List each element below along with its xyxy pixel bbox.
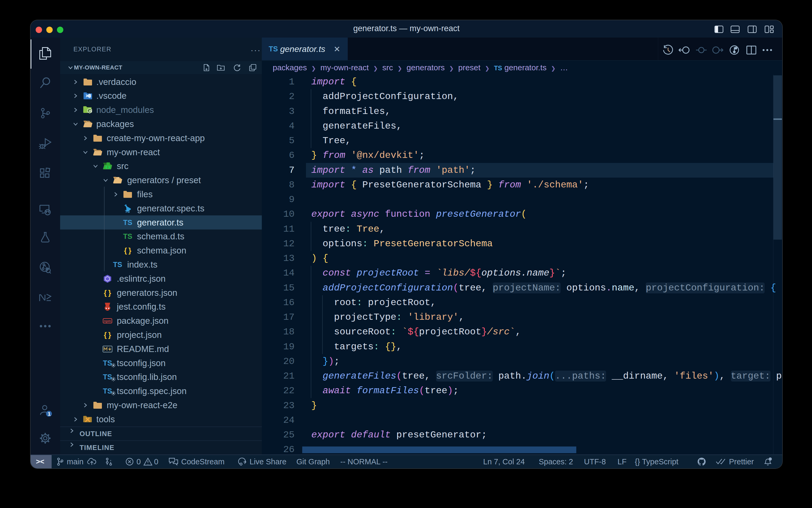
svg-text:JS: JS (89, 109, 92, 112)
svg-text:1: 1 (48, 411, 51, 417)
svg-text:TS: TS (125, 209, 130, 214)
svg-text:npm: npm (104, 319, 111, 323)
